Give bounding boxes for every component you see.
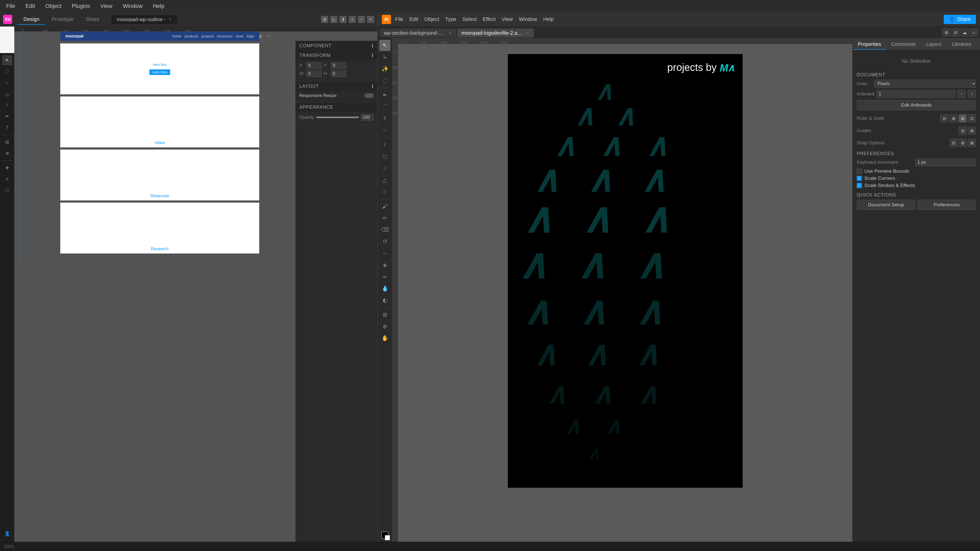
xd-x-input[interactable]	[307, 62, 322, 69]
ai-help-menu[interactable]: Help	[541, 15, 555, 23]
xd-help-menu[interactable]: Help	[151, 2, 166, 11]
ai-effect-menu[interactable]: Effect	[480, 15, 498, 23]
ai-snap-btn-2[interactable]: ⊞	[959, 139, 967, 147]
tab-prototype[interactable]: Prototype	[45, 14, 80, 25]
tab-share[interactable]: Share	[80, 14, 105, 25]
ai-tab-logo-close[interactable]: ×	[525, 30, 530, 36]
ai-show-pixel-grid-btn[interactable]: ⊠	[959, 114, 967, 122]
xd-h-input[interactable]	[331, 70, 346, 77]
ai-tool-type[interactable]: T	[379, 113, 390, 124]
xd-tool-user[interactable]: 👤	[2, 529, 12, 539]
ai-scale-strokes-row[interactable]: Scale Strokes & Effects	[857, 183, 976, 188]
ai-tool-star[interactable]: ☆	[379, 186, 390, 197]
xd-view-menu[interactable]: View	[98, 2, 115, 11]
xd-file-tab[interactable]: moovpad-wp-outline - ×	[111, 15, 177, 24]
ai-tab-layers[interactable]: Layers	[921, 39, 947, 50]
ai-tool-eraser[interactable]: ⌫	[379, 224, 390, 235]
xd-tool-polygon[interactable]: △	[2, 89, 12, 99]
ai-edit-menu[interactable]: Edit	[407, 15, 420, 23]
ai-tool-gradient[interactable]: ◐	[379, 295, 390, 306]
hero-learn-more-btn[interactable]: Learn More	[149, 69, 170, 75]
xd-frame-video[interactable]: Video	[60, 97, 259, 148]
ai-tool-rect[interactable]: □	[379, 151, 390, 162]
xd-responsive-toggle[interactable]	[364, 94, 374, 98]
ai-tool-zoom[interactable]: ⊕	[379, 321, 390, 332]
xd-tool-text[interactable]: T	[2, 122, 12, 133]
ai-tab-comments[interactable]: Comments	[886, 39, 921, 50]
xd-component-section[interactable]: COMPONENT ℹ	[296, 41, 377, 51]
ai-tool-pencil[interactable]: ✏	[379, 213, 390, 224]
ai-preview-bounds-row[interactable]: Use Preview Bounds	[857, 168, 976, 174]
ai-show-rulers-btn[interactable]: ⊟	[940, 114, 948, 122]
ai-fill-box[interactable]	[381, 532, 388, 539]
ai-tool-pen[interactable]: ✒	[379, 89, 390, 101]
ai-file-menu[interactable]: File	[393, 15, 405, 23]
ai-select-menu[interactable]: Select	[460, 15, 479, 23]
xd-opacity-input[interactable]	[361, 114, 374, 121]
ai-tool-scale[interactable]: ↔	[379, 248, 390, 259]
xd-tool-ellipse[interactable]: ○	[2, 78, 12, 88]
ai-guide-btn-2[interactable]: ⊞	[968, 127, 976, 135]
xd-w-input[interactable]	[307, 70, 322, 77]
xd-close[interactable]: ×	[367, 16, 374, 23]
ai-tool-magic-wand[interactable]: ✨	[379, 63, 390, 75]
xd-tool-plugins[interactable]: ⬡	[2, 185, 12, 195]
ai-tool-select[interactable]: ↖	[379, 40, 390, 51]
ai-search[interactable]: ⌕	[970, 28, 978, 37]
ai-share-button[interactable]: 👤 Share	[944, 15, 976, 24]
xd-zoom-out[interactable]: −	[358, 16, 365, 23]
ai-object-menu[interactable]: Object	[422, 15, 441, 23]
xd-tool-select[interactable]: ↖	[2, 55, 12, 65]
ai-artboard-input[interactable]	[877, 90, 956, 98]
ai-artboard-prev[interactable]: ‹	[958, 90, 966, 98]
ai-artboard-next[interactable]: ›	[968, 90, 976, 98]
ai-tool-rotate[interactable]: ↺	[379, 236, 390, 247]
xd-tool-layers[interactable]: ≡	[2, 174, 12, 184]
ai-preview-bounds-checkbox[interactable]	[857, 168, 862, 174]
ai-type-menu[interactable]: Type	[443, 15, 458, 23]
ai-tile-windows[interactable]: ⊟	[951, 28, 959, 37]
xd-transform-header[interactable]: TRANSFORM ℹ	[296, 51, 377, 60]
ai-tool-shape-builder[interactable]: ◈	[379, 259, 390, 271]
xd-tool-artboard[interactable]: ⊞	[2, 137, 12, 147]
ai-snap-btn-3[interactable]: ⊠	[968, 139, 976, 147]
ai-scale-corners-checkbox[interactable]	[857, 176, 862, 181]
ai-tool-blend[interactable]: ∞	[379, 271, 390, 283]
xd-frame-hero[interactable]: Hero Box Learn More	[60, 43, 259, 94]
tab-design[interactable]: Design	[18, 14, 45, 25]
xd-frame-research[interactable]: Research	[60, 203, 259, 254]
xd-tool-pen[interactable]: ✒	[2, 111, 12, 121]
xd-share-btn[interactable]: ⬆	[339, 16, 347, 23]
ai-scale-corners-row[interactable]: Scale Corners	[857, 176, 976, 181]
ai-canvas-area[interactable]: 0 100 200 300 400 500 0 100 200	[392, 38, 853, 542]
ai-stroke-box[interactable]	[385, 535, 390, 540]
ai-tool-line[interactable]: /	[379, 139, 390, 151]
ai-tool-curvature[interactable]: ⌒	[379, 101, 390, 113]
ai-tool-ellipse[interactable]: ○	[379, 163, 390, 174]
xd-file-menu[interactable]: File	[4, 2, 17, 11]
xd-tool-assets[interactable]: ❖	[2, 163, 12, 173]
ai-doc-setup-btn[interactable]: Document Setup	[857, 200, 915, 210]
ai-kb-increment-input[interactable]	[915, 159, 976, 166]
ai-tool-eyedropper[interactable]: 💧	[379, 283, 390, 294]
ai-tab-background[interactable]: wp-section-background-01.ai* @ 63.61 % (…	[380, 29, 456, 38]
xd-zoom-in[interactable]: +	[348, 16, 356, 23]
ai-tool-direct-select[interactable]: ↳	[379, 52, 390, 63]
xd-y-input[interactable]	[331, 62, 346, 69]
ai-tool-paintbrush[interactable]: 🖌	[379, 201, 390, 212]
ai-tab-logo[interactable]: moovpad-logodevfile-2.ai @ 66.67 % (RGB/…	[457, 29, 534, 38]
ai-window-menu[interactable]: Window	[517, 15, 539, 23]
ai-view-menu[interactable]: View	[500, 15, 515, 23]
xd-edit-menu[interactable]: Edit	[23, 2, 37, 11]
ai-tab-properties[interactable]: Properties	[853, 39, 886, 50]
ai-snap-btn-1[interactable]: ⊟	[950, 139, 958, 147]
ai-canvas-content[interactable]: projects by M ∧ ∧	[398, 44, 853, 542]
xd-play-btn[interactable]: ▷	[330, 16, 337, 23]
ai-edit-artboards-btn[interactable]: Edit Artboards	[857, 100, 976, 110]
ai-tab-libraries[interactable]: Libraries	[947, 39, 977, 50]
xd-layout-header[interactable]: LAYOUT ℹ	[296, 81, 377, 91]
xd-window-menu[interactable]: Window	[121, 2, 145, 11]
ai-cloud[interactable]: ☁	[961, 28, 969, 37]
ai-guide-btn-1[interactable]: ⊟	[959, 127, 967, 135]
ai-tool-hand[interactable]: ✋	[379, 333, 390, 344]
